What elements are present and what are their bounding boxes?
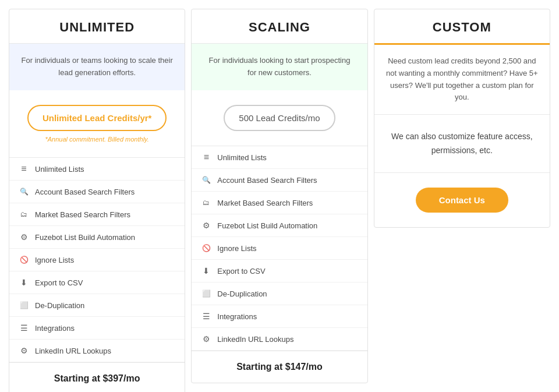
feature-label: Market Based Search Filters — [35, 210, 130, 219]
market-icon — [19, 209, 29, 220]
feature-label: Ignore Lists — [35, 256, 74, 264]
list-item: Export to CSV — [192, 260, 367, 282]
custom-plan: CUSTOM Need custom lead credits beyond 2… — [374, 9, 550, 228]
custom-title: CUSTOM — [386, 20, 538, 35]
list-item: LinkedIn URL Lookups — [9, 340, 185, 362]
unlimited-credits-section: Unlimited Lead Credits/yr* *Annual commi… — [9, 90, 185, 158]
scaling-plan: SCALING For individuals looking to start… — [191, 9, 367, 383]
feature-label: Ignore Lists — [217, 244, 256, 253]
list-item: Market Based Search Filters — [192, 192, 367, 214]
unlimited-price: Starting at $397/mo — [9, 362, 185, 392]
list-item: Integrations — [192, 305, 367, 328]
list-icon — [201, 152, 211, 163]
list-item: LinkedIn URL Lookups — [192, 328, 367, 351]
unlimited-features-list: Unlimited Lists Account Based Search Fil… — [9, 158, 185, 362]
feature-label: Market Based Search Filters — [217, 199, 313, 207]
feature-label: Integrations — [35, 324, 75, 333]
feature-label: Fuzebot List Build Automation — [217, 221, 317, 230]
feature-label: Account Based Search Filters — [217, 176, 317, 185]
export-icon — [201, 266, 211, 276]
list-item: Ignore Lists — [192, 237, 367, 260]
scaling-credits-section: 500 Lead Credits/mo — [192, 90, 367, 146]
custom-customize-text: We can also customize feature access, pe… — [374, 115, 550, 173]
scaling-description: For individuals looking to start prospec… — [192, 44, 367, 90]
list-item: Unlimited Lists — [192, 146, 367, 169]
list-item: De-Duplication — [9, 294, 185, 317]
list-item: De-Duplication — [192, 282, 367, 305]
list-item: Fuzebot List Build Automation — [9, 226, 185, 249]
list-item: Integrations — [9, 317, 185, 340]
feature-label: Integrations — [217, 312, 257, 321]
feature-label: LinkedIn URL Lookups — [35, 347, 111, 355]
feature-label: Account Based Search Filters — [35, 188, 135, 196]
unlimited-plan: UNLIMITED For individuals or teams looki… — [9, 9, 185, 392]
list-item: Export to CSV — [9, 271, 185, 294]
feature-label: Export to CSV — [217, 267, 265, 276]
list-item: Fuzebot List Build Automation — [192, 214, 367, 237]
feature-label: Unlimited Lists — [217, 153, 267, 162]
scaling-title: SCALING — [203, 20, 355, 35]
dedup-icon — [19, 300, 29, 310]
unlimited-credits-badge: Unlimited Lead Credits/yr* — [27, 105, 167, 131]
automation-icon — [201, 220, 211, 231]
scaling-features-list: Unlimited Lists Account Based Search Fil… — [192, 146, 367, 351]
linkedin-icon — [201, 334, 211, 344]
custom-header: CUSTOM — [374, 9, 550, 45]
dedup-icon — [201, 288, 211, 299]
scaling-credits-badge: 500 Lead Credits/mo — [224, 105, 335, 131]
unlimited-header: UNLIMITED — [9, 9, 185, 44]
list-item: Unlimited Lists — [9, 158, 185, 181]
feature-label: De-Duplication — [35, 301, 84, 310]
list-item: Market Based Search Filters — [9, 203, 185, 226]
unlimited-title: UNLIMITED — [21, 20, 173, 35]
list-icon — [19, 164, 29, 174]
search-icon — [19, 186, 29, 197]
ignore-icon — [19, 255, 29, 265]
list-item: Account Based Search Filters — [192, 169, 367, 192]
feature-label: Unlimited Lists — [35, 165, 84, 174]
feature-label: De-Duplication — [217, 289, 267, 298]
export-icon — [19, 277, 29, 288]
integrations-icon — [201, 311, 211, 322]
search-icon — [201, 175, 211, 185]
integrations-icon — [19, 323, 29, 333]
contact-button-wrap: Contact Us — [374, 173, 550, 227]
scaling-header: SCALING — [192, 9, 367, 44]
contact-button[interactable]: Contact Us — [416, 188, 508, 213]
list-item: Ignore Lists — [9, 249, 185, 271]
feature-label: Fuzebot List Build Automation — [35, 233, 135, 242]
scaling-price: Starting at $147/mo — [192, 351, 367, 383]
list-item: Account Based Search Filters — [9, 181, 185, 203]
linkedin-icon — [19, 345, 29, 356]
feature-label: Export to CSV — [35, 278, 83, 287]
custom-description: Need custom lead credits beyond 2,500 an… — [374, 45, 550, 115]
unlimited-description: For individuals or teams looking to scal… — [9, 44, 185, 90]
ignore-icon — [201, 243, 211, 253]
market-icon — [201, 197, 211, 208]
unlimited-annual-note: *Annual commitment. Billed monthly. — [21, 136, 173, 143]
automation-icon — [19, 232, 29, 242]
feature-label: LinkedIn URL Lookups — [217, 335, 293, 344]
